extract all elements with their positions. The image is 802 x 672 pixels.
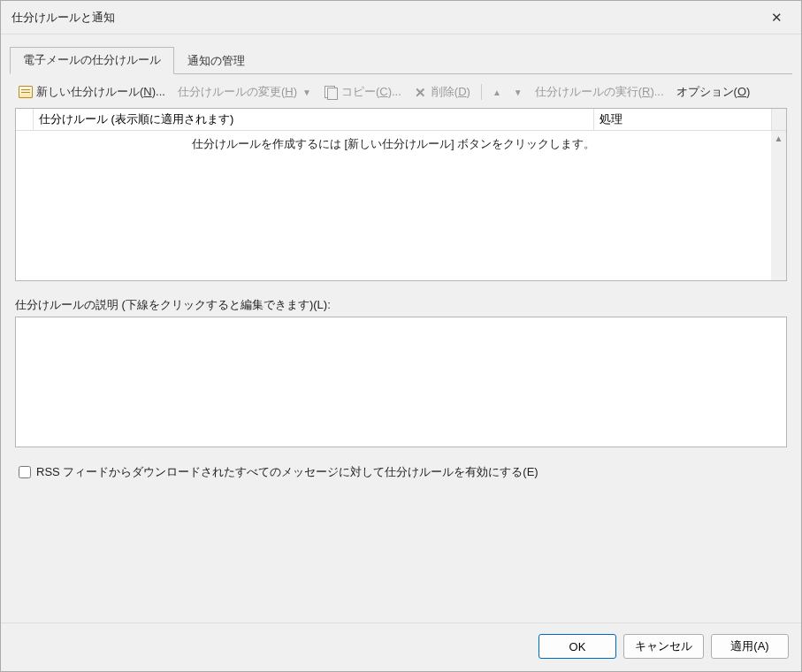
tab-bar: 電子メールの仕分けルール 通知の管理 <box>1 34 801 74</box>
new-rule-button[interactable]: 新しい仕分けルール(N)... <box>13 81 171 103</box>
move-down-button[interactable]: ▼ <box>508 85 528 100</box>
footer: OK キャンセル 適用(A) <box>1 622 801 671</box>
rules-list-empty-message: 仕分けルールを作成するには [新しい仕分けルール] ボタンをクリックします。 <box>16 131 771 280</box>
enable-rss-rules-checkbox[interactable]: RSS フィードからダウンロードされたすべてのメッセージに対して仕分けルールを有… <box>15 463 787 481</box>
new-rule-icon <box>19 85 33 99</box>
tab-email-rules[interactable]: 電子メールの仕分けルール <box>10 47 174 74</box>
options-button[interactable]: オプション(O) <box>671 81 756 103</box>
chevron-down-icon: ▼ <box>302 88 311 97</box>
rules-list: 仕分けルール (表示順に適用されます) 処理 仕分けルールを作成するには [新し… <box>15 108 787 281</box>
enable-rss-rules-input[interactable] <box>19 466 31 478</box>
toolbar: 新しい仕分けルール(N)... 仕分けルールの変更(H) ▼ コピー(C)...… <box>1 74 801 108</box>
scroll-up-icon: ▲ <box>771 131 786 146</box>
column-action[interactable]: 処理 <box>594 109 771 130</box>
cancel-button[interactable]: キャンセル <box>623 634 704 659</box>
column-rule[interactable]: 仕分けルール (表示順に適用されます) <box>34 109 594 130</box>
copy-button[interactable]: コピー(C)... <box>318 81 407 103</box>
titlebar: 仕分けルールと通知 ✕ <box>1 1 801 34</box>
rule-description-box[interactable] <box>15 317 787 447</box>
dialog-title: 仕分けルールと通知 <box>11 10 115 26</box>
scrollbar[interactable]: ▲ <box>771 131 786 280</box>
change-rule-button[interactable]: 仕分けルールの変更(H) ▼ <box>172 81 317 103</box>
close-button[interactable]: ✕ <box>759 4 794 31</box>
copy-icon <box>324 85 338 99</box>
run-rules-button[interactable]: 仕分けルールの実行(R)... <box>530 81 669 103</box>
delete-icon: ✕ <box>414 85 428 99</box>
column-enabled[interactable] <box>16 109 34 130</box>
rule-description-label: 仕分けルールの説明 (下線をクリックすると編集できます)(L): <box>15 297 787 313</box>
chevron-up-icon: ▲ <box>493 88 501 97</box>
delete-button[interactable]: ✕ 削除(D) <box>409 81 476 103</box>
rules-list-header: 仕分けルール (表示順に適用されます) 処理 <box>16 109 786 131</box>
rules-and-alerts-dialog: 仕分けルールと通知 ✕ 電子メールの仕分けルール 通知の管理 新しい仕分けルール… <box>0 0 802 672</box>
move-up-button[interactable]: ▲ <box>487 85 507 100</box>
chevron-down-icon: ▼ <box>514 88 523 97</box>
close-icon: ✕ <box>771 10 783 26</box>
tab-manage-alerts[interactable]: 通知の管理 <box>174 48 258 74</box>
apply-button[interactable]: 適用(A) <box>711 634 789 659</box>
toolbar-separator <box>481 84 482 100</box>
ok-button[interactable]: OK <box>538 634 616 659</box>
enable-rss-rules-label: RSS フィードからダウンロードされたすべてのメッセージに対して仕分けルールを有… <box>36 464 538 480</box>
